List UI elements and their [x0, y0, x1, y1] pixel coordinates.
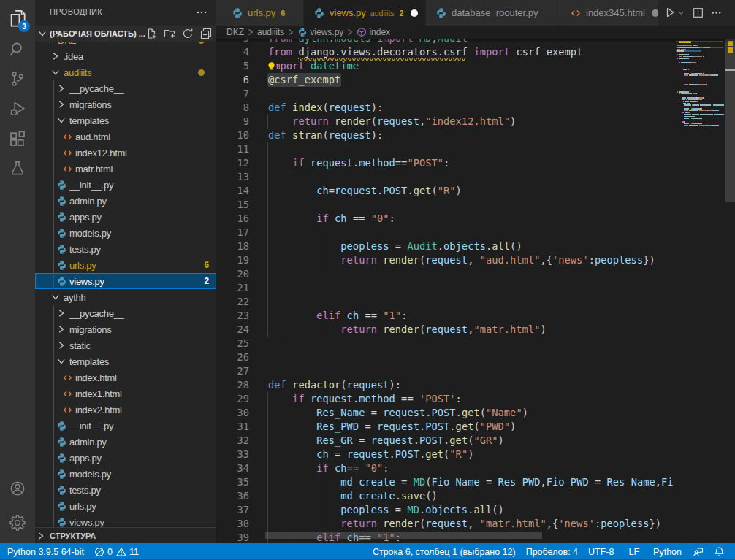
status-eol[interactable]: LF — [628, 547, 639, 557]
minimap[interactable] — [674, 0, 725, 543]
code-line-10[interactable]: def stran(request): — [268, 129, 383, 142]
code-line-28[interactable]: def redactor(request): — [268, 378, 401, 392]
more-actions-button[interactable] — [711, 7, 722, 18]
code-line-8[interactable]: def index(request): — [268, 101, 383, 115]
status-notifications[interactable] — [714, 546, 725, 557]
problems-dot-badge — [198, 42, 205, 44]
tree-item-tests.py[interactable]: tests.py — [35, 241, 216, 257]
status-indentation[interactable]: Пробелов: 4 — [526, 547, 578, 557]
status-problems[interactable]: 0 11 — [94, 547, 139, 557]
new-file-icon[interactable] — [145, 28, 157, 39]
code-line-9[interactable]: return render(request,"index12.html") — [268, 115, 516, 129]
code-line-32[interactable]: Res_GR = request.POST.get("GR") — [268, 434, 504, 448]
tree-item-urls.py[interactable]: urls.py6 — [35, 257, 216, 273]
code-line-6[interactable]: @csrf_exempt — [268, 73, 340, 87]
activity-source-control-icon[interactable] — [0, 64, 35, 93]
horizontal-scrollbar-slider[interactable] — [265, 532, 542, 539]
code-line-5[interactable]: import datetime — [268, 59, 359, 73]
tree-item-matr.html[interactable]: matr.html — [35, 161, 216, 177]
code-line-24[interactable]: return render(request,"matr.html") — [268, 323, 547, 337]
editor-code-area[interactable]: 3from aythh.models import MD,Audit4from … — [216, 0, 674, 543]
breadcrumb-index[interactable]: index — [357, 27, 390, 37]
tree-item-static[interactable]: static — [35, 337, 216, 353]
activity-search-icon[interactable] — [0, 34, 35, 64]
split-editor-button[interactable] — [693, 7, 704, 18]
activity-testing-icon[interactable] — [0, 153, 35, 183]
activity-account-icon[interactable] — [0, 473, 35, 503]
tree-item-aythh[interactable]: aythh — [35, 289, 216, 305]
tree-item-apps.py[interactable]: apps.py — [35, 450, 216, 466]
tree-item-views.py[interactable]: views.py — [35, 514, 216, 527]
code-line-30[interactable]: Res_Name = request.POST.get("Name") — [268, 406, 528, 420]
collapse-all-icon[interactable] — [200, 28, 212, 39]
tree-item-migrations[interactable]: migrations — [35, 96, 216, 112]
code-line-38[interactable]: return render(request, "matr.html",{'new… — [268, 517, 661, 531]
code-line-12[interactable]: if request.method=="POST": — [268, 156, 449, 170]
code-line-16[interactable]: if ch == "0": — [268, 212, 395, 226]
minimap-code-line — [712, 74, 717, 76]
tree-item-.idea[interactable]: .idea — [35, 48, 216, 64]
code-line-14[interactable]: ch=request.POST.get("R") — [268, 184, 462, 198]
tree-item-models.py[interactable]: models.py — [35, 466, 216, 482]
tree-item-templates[interactable]: templates — [35, 112, 216, 129]
status-encoding[interactable]: UTF-8 — [588, 547, 614, 557]
activity-extensions-icon[interactable] — [0, 123, 35, 153]
minimap-code-line — [719, 104, 723, 106]
breadcrumb-audiiits[interactable]: audiiits — [257, 27, 284, 37]
explorer-more-actions-icon[interactable] — [196, 7, 207, 18]
workspace-section-header[interactable]: (РАБОЧАЯ ОБЛАСТЬ) ... — [35, 26, 216, 42]
tree-item-index.html[interactable]: index.html — [35, 369, 216, 386]
activity-run-debug-icon[interactable] — [0, 93, 35, 123]
code-line-34[interactable]: if ch== "0": — [268, 461, 389, 475]
line-number: 21 — [216, 281, 249, 295]
tree-item-templates[interactable]: templates — [35, 353, 216, 369]
tree-item-tests.py[interactable]: tests.py — [35, 482, 216, 498]
tree-item-admin.py[interactable]: admin.py — [35, 193, 216, 209]
status-language-mode[interactable]: Python — [653, 547, 682, 557]
run-dropdown-icon[interactable] — [677, 9, 685, 17]
code-line-36[interactable]: md_create.save() — [268, 489, 438, 503]
run-button[interactable] — [664, 7, 676, 18]
code-line-19[interactable]: return render(request, "aud.html",{'news… — [268, 253, 655, 267]
tree-item-DKZ[interactable]: DKZ — [35, 42, 216, 48]
activity-settings-gear-icon[interactable] — [0, 507, 35, 537]
tree-item-models.py[interactable]: models.py — [35, 225, 216, 241]
tree-item-urls.py[interactable]: urls.py — [35, 498, 216, 514]
breadcrumb-views.py[interactable]: views.py — [297, 27, 343, 37]
tree-item-index1.html[interactable]: index1.html — [35, 386, 216, 402]
minimap-code-line — [683, 101, 684, 102]
code-line-18[interactable]: peopless = Audit.objects.all() — [268, 239, 522, 253]
tree-item-admin.py[interactable]: admin.py — [35, 434, 216, 450]
vertical-scrollbar-slider[interactable] — [725, 39, 735, 202]
status-feedback[interactable] — [693, 546, 704, 557]
code-line-31[interactable]: Res_PWD = request.POST.get("PWD") — [268, 420, 516, 434]
lightbulb-icon[interactable] — [267, 61, 276, 71]
activity-files-icon[interactable]: 3 — [0, 4, 35, 34]
breadcrumb-DKZ[interactable]: DKZ — [226, 27, 244, 37]
new-folder-icon[interactable] — [164, 28, 175, 39]
tree-item-audiiits[interactable]: audiiits — [35, 64, 216, 80]
code-line-29[interactable]: if request.method == 'POST': — [268, 392, 462, 406]
code-line-35[interactable]: md_create = MD(Fio_Name = Res_PWD,Fio_PW… — [268, 475, 674, 489]
code-line-37[interactable]: peopless = MD.objects.all() — [268, 503, 504, 517]
tree-item-index12.html[interactable]: index12.html — [35, 145, 216, 161]
status-cursor-position[interactable]: Строка 6, столбец 1 (выбрано 12) — [373, 547, 516, 557]
tree-item-apps.py[interactable]: apps.py — [35, 209, 216, 225]
code-line-23[interactable]: elif ch == "1": — [268, 309, 407, 323]
tree-item-index2.html[interactable]: index2.html — [35, 402, 216, 418]
minimap-code-line — [684, 110, 688, 112]
tree-item-__pycache__[interactable]: __pycache__ — [35, 80, 216, 96]
tree-item-__init__.py[interactable]: __init__.py — [35, 177, 216, 193]
minimap-code-line — [718, 125, 719, 126]
tree-item-__init__.py[interactable]: __init__.py — [35, 418, 216, 434]
tree-item-aud.html[interactable]: aud.html — [35, 129, 216, 145]
line-number: 4 — [216, 45, 249, 59]
vertical-scrollbar[interactable] — [725, 0, 735, 543]
outline-section-header[interactable]: СТРУКТУРА — [35, 527, 216, 543]
tree-item-views.py[interactable]: views.py2 — [35, 273, 216, 289]
refresh-icon[interactable] — [182, 28, 194, 39]
code-line-33[interactable]: ch = request.POST.get("R") — [268, 448, 473, 461]
tree-item-__pycache__[interactable]: __pycache__ — [35, 305, 216, 321]
status-python-interpreter[interactable]: Python 3.9.5 64-bit — [7, 547, 84, 557]
tree-item-migrations[interactable]: migrations — [35, 321, 216, 337]
